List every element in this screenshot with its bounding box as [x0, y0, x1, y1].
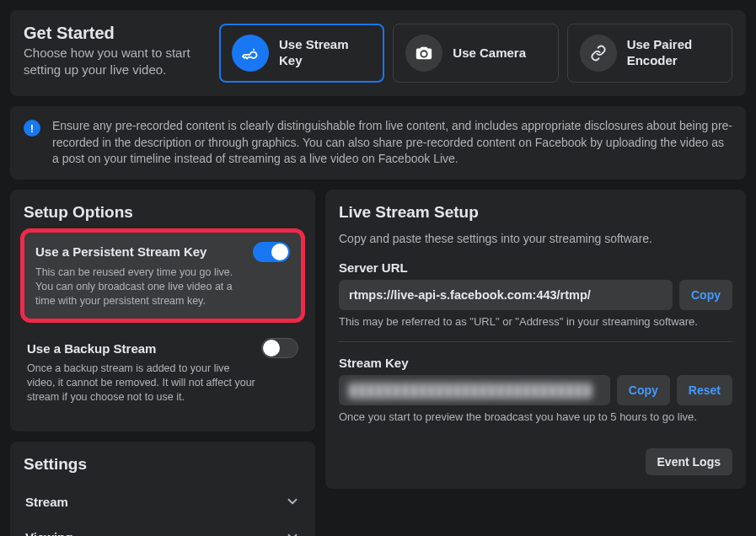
persistent-key-title: Use a Persistent Stream Key	[35, 244, 206, 259]
server-url-label: Server URL	[339, 260, 732, 275]
chevron-down-icon	[285, 529, 300, 536]
stream-key-input[interactable]: ████████████████████████████	[339, 375, 610, 405]
server-url-help: This may be referred to as "URL" or "Add…	[339, 315, 732, 328]
pre-recorded-alert: ! Ensure any pre-recorded content is cle…	[10, 106, 746, 180]
server-url-copy-button[interactable]: Copy	[679, 280, 732, 310]
method-stream-key[interactable]: Use Stream Key	[219, 24, 384, 83]
backup-stream-option: Use a Backup Stream Once a backup stream…	[24, 330, 302, 408]
persistent-key-desc: This can be reused every time you go liv…	[35, 265, 290, 308]
server-url-input[interactable]	[339, 280, 673, 310]
alert-text: Ensure any pre-recorded content is clear…	[52, 118, 732, 168]
method-camera[interactable]: Use Camera	[393, 24, 558, 83]
method-label: Use Paired Encoder	[627, 37, 720, 69]
setup-options-panel: Setup Options Use a Persistent Stream Ke…	[10, 190, 315, 431]
link-icon	[580, 35, 617, 72]
get-started-text: Get Started Choose how you want to start…	[24, 24, 209, 83]
live-stream-title: Live Stream Setup	[339, 203, 732, 222]
camera-icon	[405, 35, 442, 72]
backup-stream-title: Use a Backup Stream	[27, 341, 156, 356]
event-logs-button[interactable]: Event Logs	[646, 448, 732, 475]
method-cards: Use Stream Key Use Camera Use Paired Enc…	[219, 24, 732, 83]
settings-viewing-row[interactable]: Viewing	[24, 519, 302, 536]
info-icon: !	[24, 120, 40, 137]
get-started-title: Get Started	[24, 24, 201, 43]
method-paired-encoder[interactable]: Use Paired Encoder	[567, 24, 732, 83]
key-icon	[232, 35, 269, 72]
settings-stream-row[interactable]: Stream	[24, 484, 302, 519]
settings-row-label: Stream	[25, 495, 68, 509]
divider	[339, 341, 732, 342]
columns: Setup Options Use a Persistent Stream Ke…	[10, 190, 746, 536]
left-column: Setup Options Use a Persistent Stream Ke…	[10, 190, 315, 536]
svg-point-0	[253, 49, 255, 51]
setup-options-title: Setup Options	[24, 203, 302, 222]
live-stream-panel: Live Stream Setup Copy and paste these s…	[325, 190, 746, 489]
live-stream-subtitle: Copy and paste these settings into your …	[339, 232, 732, 245]
get-started-subtitle: Choose how you want to start setting up …	[24, 45, 201, 78]
method-label: Use Camera	[453, 46, 526, 62]
backup-stream-toggle[interactable]	[261, 338, 298, 358]
get-started-row: Get Started Choose how you want to start…	[24, 24, 732, 83]
method-label: Use Stream Key	[279, 37, 372, 69]
backup-stream-desc: Once a backup stream is added to your li…	[27, 362, 298, 405]
stream-key-reset-button[interactable]: Reset	[677, 375, 732, 405]
persistent-key-option: Use a Persistent Stream Key This can be …	[24, 232, 302, 320]
chevron-down-icon	[285, 494, 300, 509]
get-started-panel: Get Started Choose how you want to start…	[10, 10, 746, 96]
stream-key-label: Stream Key	[339, 356, 732, 370]
persistent-key-toggle[interactable]	[253, 242, 290, 262]
stream-key-help: Once you start to preview the broadcast …	[339, 410, 732, 423]
settings-row-label: Viewing	[25, 530, 72, 536]
settings-panel: Settings Stream Viewing	[10, 442, 315, 536]
settings-title: Settings	[24, 455, 302, 474]
stream-key-copy-button[interactable]: Copy	[617, 375, 670, 405]
